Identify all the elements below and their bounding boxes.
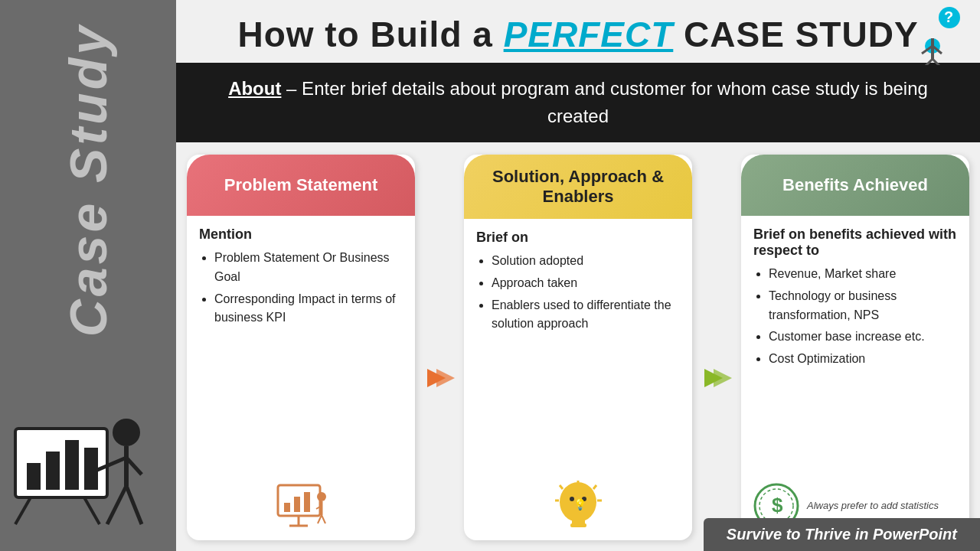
list-item: Cost Optimization (769, 350, 957, 369)
list-item: Customer base increase etc. (769, 328, 957, 347)
list-item: Corresponding Impact in terms of busines… (214, 290, 403, 328)
sidebar-presenter-icon (8, 406, 168, 543)
svg-point-27 (317, 492, 326, 501)
header: How to Build a PERFECT CASE STUDY ? (176, 0, 980, 63)
svg-rect-26 (304, 492, 310, 512)
svg-line-12 (126, 486, 142, 524)
title-highlight: PERFECT (504, 15, 674, 54)
card-benefits-list: Revenue, Market share Technology or busi… (753, 265, 957, 369)
card-problem-body: Mention Problem Statement Or Business Go… (187, 216, 415, 471)
svg-line-40 (560, 485, 563, 489)
svg-rect-3 (65, 440, 79, 490)
card-problem-list: Problem Statement Or Business Goal Corre… (199, 249, 403, 328)
list-item: Enablers used to differentiate the solut… (492, 296, 680, 334)
svg-point-7 (113, 419, 140, 446)
card-solution-header: Solution, Approach & Enablers (464, 155, 692, 219)
card-problem-icon (187, 471, 415, 540)
svg-rect-2 (46, 452, 60, 490)
arrow-1 (424, 216, 455, 540)
bottom-bar-text: Survive to Thrive in PowerPoint (727, 526, 957, 543)
svg-line-41 (593, 485, 596, 489)
title-part2: CASE STUDY (673, 15, 918, 54)
card-solution: Solution, Approach & Enablers Brief on S… (464, 155, 692, 540)
header-person-icon: ? (911, 4, 972, 65)
svg-rect-25 (294, 497, 300, 512)
list-item: Revenue, Market share (769, 265, 957, 284)
title-part1: How to Build a (237, 15, 503, 54)
svg-rect-38 (570, 523, 586, 527)
about-label: About (228, 78, 281, 99)
arrow-2 (701, 216, 732, 540)
card-solution-list: Solution adopted Approach taken Enablers… (476, 252, 680, 334)
card-problem: Problem Statement Mention Problem Statem… (187, 155, 415, 540)
about-text: – Enter brief details about program and … (281, 78, 927, 126)
card-solution-icon: 💡 (464, 471, 692, 540)
svg-line-5 (15, 497, 31, 524)
svg-line-20 (933, 59, 940, 65)
sidebar-title: Case Study (58, 23, 118, 337)
svg-line-11 (107, 486, 126, 524)
svg-text:$: $ (772, 494, 783, 517)
benefits-note: Always prefer to add statistics (807, 499, 939, 513)
about-banner: About – Enter brief details about progra… (176, 63, 980, 142)
card-benefits-header: Benefits Achieved (741, 155, 969, 216)
card-problem-header: Problem Statement (187, 155, 415, 216)
list-item: Problem Statement Or Business Goal (214, 249, 403, 287)
list-item: Solution adopted (492, 252, 680, 271)
svg-text:💡: 💡 (573, 498, 587, 511)
card-solution-body: Brief on Solution adopted Approach taken… (464, 219, 692, 471)
list-item: Approach taken (492, 274, 680, 293)
svg-line-6 (84, 497, 100, 524)
svg-rect-24 (284, 503, 290, 512)
svg-marker-33 (436, 369, 455, 387)
list-item: Technology or business transformation, N… (769, 287, 957, 325)
cards-container: Problem Statement Mention Problem Statem… (176, 142, 980, 551)
sidebar: Case Study (0, 0, 176, 551)
svg-text:?: ? (944, 8, 953, 25)
main-content: How to Build a PERFECT CASE STUDY ? Abou… (176, 0, 980, 551)
card-benefits: Benefits Achieved Brief on benefits achi… (741, 155, 969, 540)
svg-line-19 (925, 59, 933, 65)
bottom-bar: Survive to Thrive in PowerPoint (704, 518, 980, 551)
svg-marker-46 (714, 369, 732, 387)
svg-line-31 (322, 515, 325, 523)
main-title: How to Build a PERFECT CASE STUDY (191, 14, 965, 55)
svg-rect-1 (27, 463, 41, 490)
card-benefits-body: Brief on benefits achieved with respect … (741, 216, 969, 471)
